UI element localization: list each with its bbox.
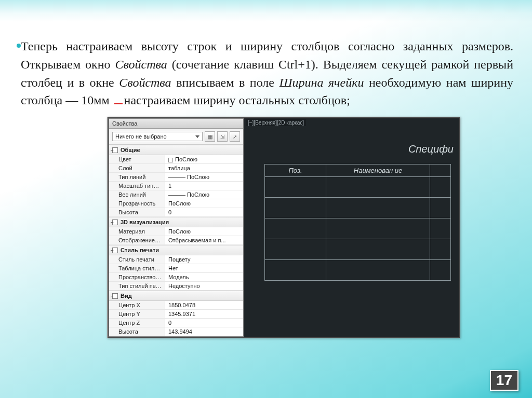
selection-dropdown-label: Ничего не выбрано bbox=[115, 133, 167, 140]
table-header-name: Наименован ие bbox=[326, 164, 430, 177]
property-key: Стиль печати bbox=[109, 255, 165, 264]
property-row[interactable]: Вес линий——— ПоСлою bbox=[109, 190, 243, 199]
embedded-screenshot: Свойства Ничего не выбрано ▦ ⇲ ➚ Общие Ц… bbox=[107, 117, 460, 338]
property-key: Материал bbox=[109, 227, 165, 236]
property-key: Отображение т... bbox=[109, 236, 165, 244]
pickadd-button[interactable]: ⇲ bbox=[217, 131, 228, 142]
property-row[interactable]: ПрозрачностьПоСлою bbox=[109, 199, 243, 208]
property-row[interactable]: Масштаб типа ...1 bbox=[109, 182, 243, 190]
property-row[interactable]: Отображение т...Отбрасываемая и п... bbox=[109, 236, 243, 245]
property-value[interactable]: Поцвету bbox=[165, 255, 243, 264]
section-view[interactable]: Вид bbox=[109, 291, 243, 301]
text-5: настраиваем ширину остальных столбцов; bbox=[124, 93, 350, 107]
property-row[interactable]: Центр Z0 bbox=[109, 319, 243, 327]
property-row[interactable]: Центр X1850.0478 bbox=[109, 301, 243, 310]
section-3dviz[interactable]: 3D визуализация bbox=[109, 217, 243, 227]
property-value[interactable]: Недоступно bbox=[165, 282, 243, 290]
property-value[interactable]: 1345.9371 bbox=[165, 310, 243, 318]
italic-2: Свойства bbox=[119, 76, 171, 89]
table-row[interactable] bbox=[265, 198, 451, 218]
select-objects-button[interactable]: ➚ bbox=[230, 131, 240, 142]
property-key: Тип линий bbox=[109, 173, 165, 181]
property-key: Пространство т... bbox=[109, 273, 165, 281]
property-value[interactable]: 0 bbox=[165, 208, 243, 216]
property-value[interactable]: ——— ПоСлою bbox=[165, 190, 243, 199]
property-key: Таблица стиле... bbox=[109, 264, 165, 272]
section-3dviz-label: 3D визуализация bbox=[121, 219, 169, 225]
table-header-poz: Поз. bbox=[265, 164, 326, 177]
property-key: Вес линий bbox=[109, 190, 165, 199]
property-key: Высота bbox=[109, 327, 165, 336]
property-key: Центр Y bbox=[109, 310, 165, 318]
property-value[interactable]: ПоСлою bbox=[165, 227, 243, 236]
property-value[interactable]: 1850.0478 bbox=[165, 301, 243, 309]
selection-dropdown[interactable]: Ничего не выбрано bbox=[112, 132, 203, 141]
drawing-area: [−][Верхняя][2D каркас] Специфи Поз. Наи… bbox=[244, 118, 459, 337]
table-row[interactable] bbox=[265, 239, 451, 260]
property-value[interactable]: Модель bbox=[165, 273, 243, 281]
property-key: Прозрачность bbox=[109, 199, 165, 208]
property-row[interactable]: Тип стилей печ...Недоступно bbox=[109, 282, 243, 291]
italic-3: Ширина ячейки bbox=[279, 76, 364, 89]
chevron-down-icon bbox=[195, 135, 200, 138]
property-key: Слой bbox=[109, 164, 165, 172]
property-row[interactable]: Тип линий——— ПоСлою bbox=[109, 173, 243, 182]
property-row[interactable]: Слойтаблица bbox=[109, 164, 243, 173]
property-key: Тип стилей печ... bbox=[109, 282, 165, 290]
quick-select-button[interactable]: ▦ bbox=[205, 131, 215, 142]
bullet-icon bbox=[17, 44, 21, 48]
error-underline bbox=[114, 103, 123, 104]
text-3: вписываем в поле bbox=[171, 76, 280, 89]
property-row[interactable]: Стиль печатиПоцвету bbox=[109, 255, 243, 264]
section-plotstyle-label: Стиль печати bbox=[121, 247, 159, 253]
property-row[interactable]: МатериалПоСлою bbox=[109, 227, 243, 236]
property-value[interactable]: ПоСлою bbox=[165, 155, 243, 163]
property-key: Центр Z bbox=[109, 319, 165, 327]
properties-toolbar: Ничего не выбрано ▦ ⇲ ➚ bbox=[109, 129, 243, 145]
table-row[interactable] bbox=[265, 260, 451, 281]
property-value[interactable]: 143.9494 bbox=[165, 327, 243, 336]
section-general-label: Общие bbox=[121, 147, 140, 153]
viewport-label[interactable]: [−][Верхняя][2D каркас] bbox=[246, 119, 306, 126]
property-value[interactable]: Отбрасываемая и п... bbox=[165, 236, 243, 244]
italic-1: Свойства bbox=[115, 58, 167, 71]
property-value[interactable]: Нет bbox=[165, 264, 243, 272]
page-number: 17 bbox=[490, 370, 518, 391]
property-value[interactable]: таблица bbox=[165, 164, 243, 172]
property-value[interactable]: ПоСлою bbox=[165, 199, 243, 208]
property-key: Масштаб типа ... bbox=[109, 182, 165, 190]
slide-paragraph: Теперь настраиваем высоту строк и ширину… bbox=[19, 37, 513, 109]
property-key: Центр X bbox=[109, 301, 165, 309]
property-key: Цвет bbox=[109, 155, 165, 163]
table-row[interactable] bbox=[265, 218, 451, 239]
property-key: Высота bbox=[109, 208, 165, 216]
table-row[interactable] bbox=[265, 177, 451, 198]
property-row[interactable]: Пространство т...Модель bbox=[109, 273, 243, 282]
property-row[interactable]: ЦветПоСлою bbox=[109, 155, 243, 164]
table-header-extra bbox=[430, 164, 451, 177]
property-value[interactable]: 0 bbox=[165, 319, 243, 327]
spec-table[interactable]: Поз. Наименован ие bbox=[264, 164, 451, 281]
properties-title: Свойства bbox=[109, 119, 243, 129]
property-row[interactable]: Таблица стиле...Нет bbox=[109, 264, 243, 273]
properties-panel: Свойства Ничего не выбрано ▦ ⇲ ➚ Общие Ц… bbox=[109, 118, 244, 337]
property-row[interactable]: Высота143.9494 bbox=[109, 327, 243, 336]
section-view-label: Вид bbox=[121, 293, 132, 299]
property-value[interactable]: 1 bbox=[165, 182, 243, 190]
section-general[interactable]: Общие bbox=[109, 145, 243, 155]
section-plotstyle[interactable]: Стиль печати bbox=[109, 245, 243, 255]
property-row[interactable]: Высота0 bbox=[109, 208, 243, 217]
property-row[interactable]: Центр Y1345.9371 bbox=[109, 310, 243, 319]
table-title: Специфи bbox=[408, 143, 454, 155]
color-swatch-icon bbox=[168, 158, 173, 162]
property-value[interactable]: ——— ПоСлою bbox=[165, 173, 243, 181]
